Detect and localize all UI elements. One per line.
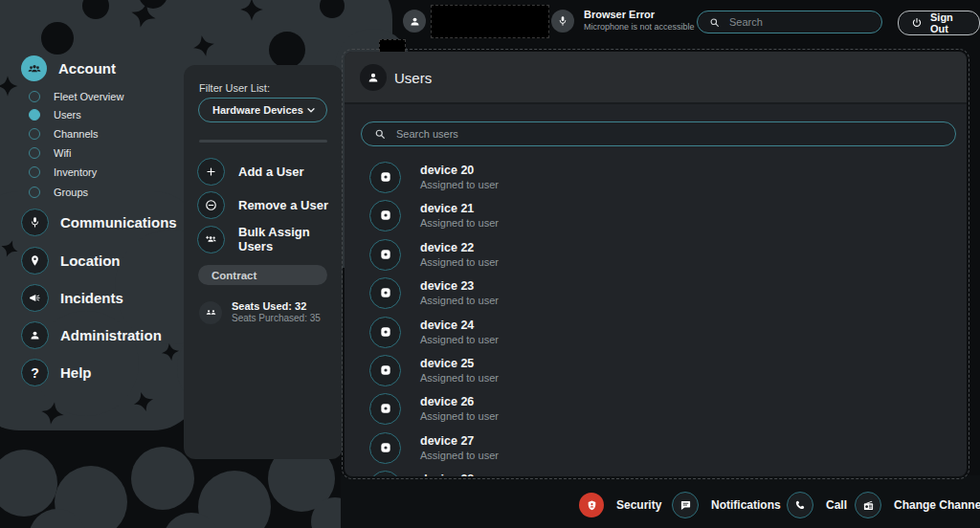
device-title: device 28 (420, 473, 499, 477)
sidebar-item-groups[interactable]: Groups (29, 187, 88, 198)
person-icon (360, 64, 387, 91)
user-row-device-20[interactable]: device 20Assigned to user (369, 159, 499, 195)
device-title: device 26 (420, 395, 499, 409)
radio-icon (29, 166, 40, 178)
action-label: Remove a User (238, 198, 328, 212)
device-subtitle: Assigned to user (420, 294, 499, 307)
users-panel-title: Users (394, 52, 432, 104)
filter-user-panel: Filter User List: Hardware Devices Add a… (184, 65, 343, 459)
sidebar-item-administration[interactable]: Administration (21, 321, 162, 349)
user-row-device-22[interactable]: device 22Assigned to user (369, 236, 499, 273)
device-title: device 20 (420, 164, 499, 178)
subitem-label: Fleet Overview (54, 91, 123, 102)
subitem-label: Channels (54, 128, 98, 140)
redacted-region (431, 5, 549, 38)
user-row-device-24[interactable]: device 24Assigned to user (369, 314, 499, 350)
sidebar-item-inventory[interactable]: Inventory (29, 166, 97, 178)
bulk-assign-users-button[interactable]: Bulk Assign Users (197, 225, 343, 253)
device-title: device 22 (420, 241, 499, 255)
filter-dropdown[interactable]: Hardware Devices (198, 98, 327, 122)
search-users-field[interactable] (361, 121, 956, 146)
users-panel-header: Users (345, 52, 967, 104)
sidebar-item-users[interactable]: Users (29, 109, 81, 121)
sidebar-item-location[interactable]: Location (21, 247, 121, 275)
divider (199, 140, 327, 143)
user-row-device-26[interactable]: device 26Assigned to user (369, 390, 499, 427)
sidebar-item-communications[interactable]: Communications (21, 209, 177, 236)
security-button[interactable]: Security (579, 493, 661, 517)
map-pin-icon (21, 247, 49, 275)
call-button[interactable]: Call (787, 493, 847, 517)
sidebar-item-label: Location (60, 253, 121, 269)
device-icon (369, 317, 401, 348)
browser-error-title: Browser Error (584, 9, 695, 21)
device-icon (369, 200, 401, 231)
sidebar-item-account[interactable]: Account (21, 55, 116, 81)
sidebar-item-fleet-overview[interactable]: Fleet Overview (29, 91, 123, 102)
device-icon (369, 471, 401, 477)
seats-summary: Seats Used: 32 Seats Purchased: 35 (199, 300, 321, 324)
user-row-device-21[interactable]: device 21Assigned to user (369, 197, 499, 233)
sidebar-item-label: Help (60, 364, 92, 381)
search-users-input[interactable] (394, 127, 943, 141)
contract-button[interactable]: Contract (198, 265, 327, 285)
person-icon (21, 321, 49, 349)
power-icon (911, 17, 923, 29)
device-subtitle: Assigned to user (420, 371, 499, 385)
filter-panel-title: Filter User List: (199, 82, 270, 94)
bottom-bar-label: Security (616, 498, 661, 512)
device-title: device 21 (420, 202, 499, 216)
sidebar-item-incidents[interactable]: Incidents (21, 284, 123, 312)
microphone-icon (551, 10, 574, 33)
chat-icon (672, 492, 699, 518)
device-icon (369, 393, 401, 425)
question-icon: ? (21, 359, 49, 386)
sidebar-item-channels[interactable]: Channels (29, 128, 98, 140)
radio-icon (29, 147, 40, 159)
plus-icon (197, 158, 225, 186)
sidebar-item-wifi[interactable]: Wifi (29, 147, 71, 159)
subitem-label: Inventory (54, 166, 97, 178)
device-title: device 27 (420, 434, 499, 449)
bottom-bar-label: Change Channel (894, 498, 980, 512)
radio-icon (29, 128, 40, 140)
user-row-device-23[interactable]: device 23Assigned to user (369, 275, 499, 311)
sign-out-label: Sign Out (930, 11, 967, 34)
people-icon (21, 55, 47, 81)
device-subtitle: Assigned to user (420, 216, 499, 230)
sidebar-item-label: Account (58, 60, 116, 77)
user-avatar[interactable] (403, 10, 426, 33)
seats-used: Seats Used: 32 (232, 300, 321, 313)
remove-user-button[interactable]: Remove a User (197, 191, 328, 219)
subitem-label: Wifi (54, 147, 71, 159)
bottom-bar-label: Notifications (711, 498, 781, 512)
global-search-input[interactable] (727, 15, 870, 29)
sign-out-button[interactable]: Sign Out (898, 11, 980, 35)
device-subtitle: Assigned to user (420, 409, 499, 423)
users-panel: Users device 20Assigned to user device 2… (345, 52, 967, 476)
shield-icon (579, 493, 604, 517)
global-search[interactable] (697, 11, 882, 33)
notifications-button[interactable]: Notifications (672, 493, 781, 517)
device-subtitle: Assigned to user (420, 178, 499, 191)
device-title: device 25 (420, 357, 499, 371)
sidebar-item-help[interactable]: ? Help (21, 359, 92, 386)
device-icon (369, 355, 401, 386)
search-icon (709, 17, 720, 28)
device-icon (369, 277, 401, 309)
change-channel-button[interactable]: Change Channel (855, 493, 980, 517)
group-add-icon (197, 226, 225, 253)
redacted-chip (379, 39, 406, 52)
bottom-bar-label: Call (826, 498, 847, 512)
filter-dropdown-value: Hardware Devices (212, 104, 303, 116)
person-icon (409, 15, 421, 28)
add-user-button[interactable]: Add a User (197, 158, 304, 186)
action-label: Add a User (238, 165, 304, 179)
phone-icon (787, 492, 813, 518)
megaphone-icon (21, 284, 49, 312)
user-row-device-28[interactable]: device 28Assigned to user (369, 468, 499, 476)
user-row-device-25[interactable]: device 25Assigned to user (369, 352, 499, 388)
browser-error-subtitle: Microphone is not accessible (584, 21, 695, 33)
user-row-device-27[interactable]: device 27Assigned to user (369, 429, 499, 466)
contract-label: Contract (212, 270, 256, 281)
